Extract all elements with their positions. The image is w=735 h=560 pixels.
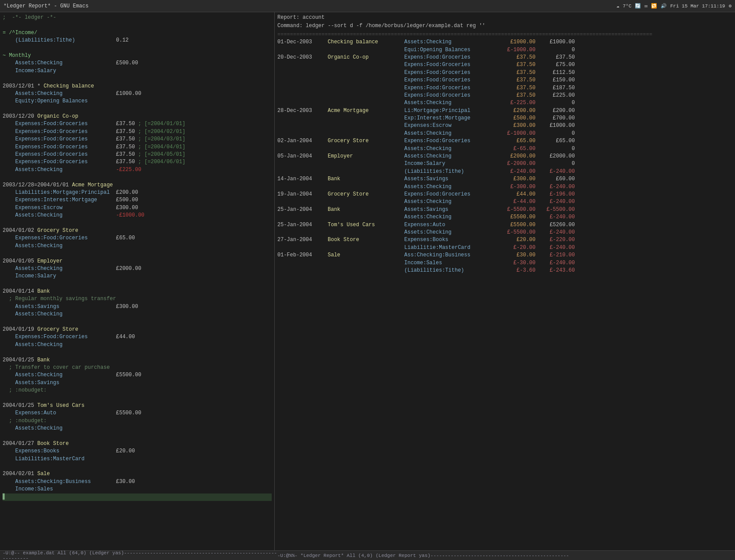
editor-line: Assets:Checking -£1000.00 xyxy=(3,212,272,219)
report-row: (Liabilities:Tithe) £-3.60 £-243.60 xyxy=(277,267,732,274)
editor-line: Expenses:Interest:Mortgage £500.00 xyxy=(3,196,272,204)
editor-line: Income:Salary xyxy=(3,273,272,280)
title-bar-right: ☁ 7°C 🔄 ✉ 🔁 🔊 Fri 15 Mar 17:11:19 ⚙ xyxy=(616,3,732,9)
editor-line: Assets:Checking £5500.00 xyxy=(3,371,272,379)
editor-line: 2003/12/20 Organic Co-op xyxy=(3,113,272,120)
editor-line: ~ Monthly xyxy=(3,52,272,60)
temperature: 7°C xyxy=(623,4,632,9)
editor-line: 2004/01/14 Bank xyxy=(3,288,272,295)
report-row: Assets:Checking £-300.00 £-240.00 xyxy=(277,183,732,191)
title-bar: *Ledger Report* - GNU Emacs ☁ 7°C 🔄 ✉ 🔁 … xyxy=(0,0,735,12)
report-row: Liabilitie:MasterCard £-20.00 £-240.00 xyxy=(277,244,732,252)
editor-line xyxy=(3,395,272,402)
report-row: Expens:Food:Groceries £37.50 £150.00 xyxy=(277,77,732,84)
editor-line: 2004/01/27 Book Store xyxy=(3,440,272,448)
status-left: -U:@-- example.dat All (64,0) (Ledger ya… xyxy=(3,550,277,560)
editor-line: Assets:Checking £2000.00 xyxy=(3,265,272,273)
editor-line xyxy=(3,318,272,326)
volume-icon[interactable]: 🔊 xyxy=(661,3,667,9)
datetime: Fri 15 Mar 17:11:19 xyxy=(670,4,725,9)
report-row: 02-Jan-2004 Grocery Store Expens:Food:Gr… xyxy=(277,137,732,145)
editor-line: 2004/01/05 Employer xyxy=(3,258,272,265)
report-row: 05-Jan-2004 Employer Assets:Checking £20… xyxy=(277,153,732,160)
report-row: Income:Salary £-2000.00 0 xyxy=(277,160,732,168)
editor-line: Expenses:Escrow £300.00 xyxy=(3,204,272,212)
editor-line: ; :nobudget: xyxy=(3,417,272,425)
report-row: Income:Sales £-30.00 £-240.00 xyxy=(277,259,732,267)
editor-line: 2004/01/25 Tom's Used Cars xyxy=(3,402,272,410)
editor-line: Assets:Checking £500.00 xyxy=(3,60,272,67)
editor-line xyxy=(3,463,272,470)
right-report-pane: Report: accountCommand: ledger --sort d … xyxy=(275,12,735,550)
report-command: Command: ledger --sort d -f /home/borbus… xyxy=(277,22,732,30)
editor-line: Liabilities:Mortgage:Principal £200.00 xyxy=(3,189,272,196)
report-row: 14-Jan-2004 Bank Assets:Savings £300.00 … xyxy=(277,175,732,183)
mail-icon[interactable]: ✉ xyxy=(644,3,648,9)
editor-line xyxy=(3,21,272,29)
network-icon[interactable]: 🔁 xyxy=(651,3,657,9)
editor-line xyxy=(3,105,272,113)
report-row: 01-Dec-2003 Checking balance Assets:Chec… xyxy=(277,38,732,46)
report-row: Expens:Food:Groceries £37.50 £225.00 xyxy=(277,92,732,99)
editor-line: Assets:Checking xyxy=(3,425,272,432)
editor-line: 2003/12/01 * Checking balance xyxy=(3,83,272,90)
editor-line: Assets:Checking:Business £30.00 xyxy=(3,478,272,486)
report-row: 20-Dec-2003 Organic Co-op Expens:Food:Gr… xyxy=(277,54,732,61)
status-bar: -U:@-- example.dat All (64,0) (Ledger ya… xyxy=(0,550,735,560)
editor-line: Expenses:Books £20.00 xyxy=(3,448,272,455)
editor-line: Expenses:Food:Groceries £44.00 xyxy=(3,333,272,341)
editor-line: ; Transfer to cover car purchase xyxy=(3,364,272,371)
report-row: Assets:Checking £5500.00 £-240.00 xyxy=(277,214,732,221)
editor-line: Income:Salary xyxy=(3,67,272,75)
editor-line xyxy=(3,280,272,288)
editor-line xyxy=(3,75,272,82)
editor-line: Assets:Checking -£225.00 xyxy=(3,166,272,174)
editor-line: Expenses:Food:Groceries £37.50 ; [=2004/… xyxy=(3,144,272,151)
report-row: 19-Jan-2004 Grocery Store Expens:Food:Gr… xyxy=(277,191,732,198)
editor-line: Assets:Savings xyxy=(3,379,272,387)
report-row: Assets:Checking £-1000.00 0 xyxy=(277,130,732,137)
editor-line: Income:Sales xyxy=(3,486,272,493)
editor-line xyxy=(3,250,272,257)
editor-line: Assets:Checking £1000.00 xyxy=(3,90,272,98)
editor-line: 2004/01/19 Grocery Store xyxy=(3,326,272,333)
editor-line: Assets:Savings £300.00 xyxy=(3,303,272,311)
editor-line: 2004/01/25 Bank xyxy=(3,357,272,364)
editor-line: Expenses:Food:Groceries £37.50 ; [=2004/… xyxy=(3,128,272,136)
editor-line: Expenses:Food:Groceries £37.50 ; [=2004/… xyxy=(3,120,272,128)
editor-line xyxy=(3,349,272,356)
editor-line: 2004/01/02 Grocery Store xyxy=(3,227,272,234)
report-row: 25-Jan-2004 Bank Assets:Savings £-5500.0… xyxy=(277,206,732,214)
editor-line: 2004/02/01 Sale xyxy=(3,470,272,478)
report-row: Expens:Food:Groceries £37.50 £112.50 xyxy=(277,69,732,77)
report-row: Expens:Food:Groceries £37.50 £75.00 xyxy=(277,61,732,69)
editor-line: ; :nobudget: xyxy=(3,387,272,394)
settings-icon[interactable]: ⚙ xyxy=(728,3,732,9)
editor-line: Equity:Opening Balances xyxy=(3,98,272,105)
report-row: (Liabilities:Tithe) £-240.00 £-240.00 xyxy=(277,168,732,175)
editor-line: Assets:Checking xyxy=(3,242,272,250)
editor-line: 2003/12/28=2004/01/01 Acme Mortgage xyxy=(3,182,272,189)
report-row: Equi:Opening Balances £-1000.00 0 xyxy=(277,46,732,54)
refresh-icon[interactable]: 🔄 xyxy=(635,3,641,9)
weather-icon: ☁ xyxy=(616,3,620,9)
report-row: 01-Feb-2004 Sale Ass:Checking:Business £… xyxy=(277,252,732,259)
editor-line: ▋ xyxy=(3,494,272,501)
report-row: 25-Jan-2004 Tom's Used Cars Expenses:Aut… xyxy=(277,221,732,229)
editor-line: Expenses:Food:Groceries £37.50 ; [=2004/… xyxy=(3,158,272,166)
editor-line xyxy=(3,432,272,440)
report-row: Assets:Checking £-225.00 0 xyxy=(277,99,732,107)
editor-line: = /^Income/ xyxy=(3,29,272,37)
editor-line: Expenses:Food:Groceries £37.50 ; [=2004/… xyxy=(3,151,272,158)
report-row: Exp:Interest:Mortgage £500.00 £700.00 xyxy=(277,115,732,122)
editor-line: Expenses:Auto £5500.00 xyxy=(3,410,272,417)
status-right: -U:@%%- *Ledger Report* All (4,0) (Ledge… xyxy=(277,553,732,558)
editor-line: ; -*- ledger -*- xyxy=(3,14,272,21)
window-title: *Ledger Report* - GNU Emacs xyxy=(4,3,88,9)
report-label: Report: account xyxy=(277,14,732,21)
editor-line: ; Regular monthly savings transfer xyxy=(3,295,272,303)
report-row: Assets:Checking £-65.00 0 xyxy=(277,145,732,153)
editor-line: Expenses:Food:Groceries £65.00 xyxy=(3,234,272,242)
editor-line: (Liabilities:Tithe) 0.12 xyxy=(3,37,272,44)
left-editor-pane[interactable]: ; -*- ledger -*- = /^Income/ (Liabilitie… xyxy=(0,12,275,550)
